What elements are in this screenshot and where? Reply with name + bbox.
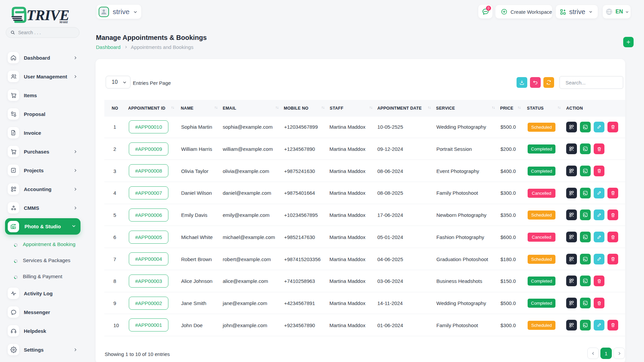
svg-text:MAKE: MAKE — [59, 20, 68, 24]
